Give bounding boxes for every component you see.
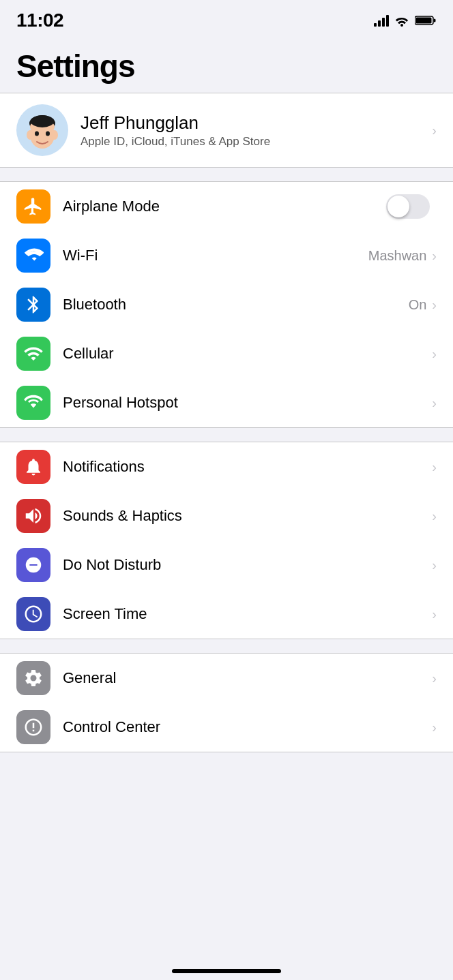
wifi-status-icon [394,14,409,27]
controlcenter-row-icon [16,710,50,744]
controlcenter-label: Control Center [63,718,432,736]
hotspot-row-icon [16,386,50,420]
hotspot-label: Personal Hotspot [63,394,432,412]
system-group: General › Control Center › [0,653,453,752]
bluetooth-row[interactable]: Bluetooth On › [0,280,453,329]
wifi-row[interactable]: Wi-Fi Mashwan › [0,231,453,280]
profile-subtitle: Apple ID, iCloud, iTunes & App Store [81,135,432,149]
bluetooth-row-icon [16,288,50,322]
svg-point-10 [35,132,39,136]
profile-name: Jeff Phungglan [81,112,432,134]
page-title: Settings [16,48,437,85]
screentime-chevron: › [432,607,437,622]
sounds-row-icon [16,499,50,533]
svg-point-7 [31,115,54,127]
page-title-section: Settings [0,37,453,93]
cellular-row[interactable]: Cellular › [0,329,453,378]
status-bar: 11:02 [0,0,453,37]
bluetooth-label: Bluetooth [63,296,409,313]
svg-point-9 [51,130,58,140]
wifi-chevron: › [432,248,437,264]
donotdisturb-chevron: › [432,557,437,573]
cellular-row-icon [16,337,50,371]
svg-point-8 [27,130,33,140]
donotdisturb-label: Do Not Disturb [63,556,432,574]
controlcenter-chevron: › [432,720,437,735]
connectivity-group: Airplane Mode Wi-Fi Mashwan › Bluetooth … [0,181,453,428]
controlcenter-row[interactable]: Control Center › [0,703,453,752]
general-label: General [63,669,432,687]
signal-icon [374,14,389,27]
avatar [16,104,68,156]
sounds-chevron: › [432,508,437,524]
notifications-group: Notifications › Sounds & Haptics › Do No… [0,442,453,639]
wifi-value: Mashwan [368,248,427,264]
status-time: 11:02 [16,10,63,31]
svg-rect-1 [416,18,432,24]
airplane-mode-toggle[interactable] [386,194,430,219]
avatar-image [18,106,66,154]
notifications-label: Notifications [63,458,432,476]
airplane-mode-label: Airplane Mode [63,198,386,215]
screentime-row-icon [16,597,50,631]
notifications-row-icon [16,450,50,484]
sounds-row[interactable]: Sounds & Haptics › [0,491,453,540]
wifi-row-icon [16,239,50,273]
donotdisturb-row[interactable]: Do Not Disturb › [0,540,453,589]
bluetooth-chevron: › [432,297,437,313]
profile-chevron: › [432,123,437,138]
airplane-mode-icon [16,189,50,224]
home-indicator [172,969,281,973]
svg-rect-2 [434,19,436,22]
notifications-chevron: › [432,459,437,475]
status-icons [374,14,437,27]
screentime-label: Screen Time [63,605,432,623]
general-row[interactable]: General › [0,654,453,703]
hotspot-row[interactable]: Personal Hotspot › [0,378,453,427]
profile-row[interactable]: Jeff Phungglan Apple ID, iCloud, iTunes … [0,93,453,168]
general-row-icon [16,661,50,695]
airplane-mode-row[interactable]: Airplane Mode [0,182,453,231]
profile-text: Jeff Phungglan Apple ID, iCloud, iTunes … [81,112,432,149]
general-chevron: › [432,671,437,686]
screentime-row[interactable]: Screen Time › [0,589,453,639]
wifi-label: Wi-Fi [63,247,368,264]
battery-icon [415,15,437,26]
bluetooth-value: On [409,297,427,313]
hotspot-chevron: › [432,395,437,411]
sounds-label: Sounds & Haptics [63,507,432,525]
svg-point-11 [46,132,50,136]
notifications-row[interactable]: Notifications › [0,442,453,491]
cellular-chevron: › [432,346,437,362]
cellular-label: Cellular [63,345,432,363]
donotdisturb-row-icon [16,548,50,582]
